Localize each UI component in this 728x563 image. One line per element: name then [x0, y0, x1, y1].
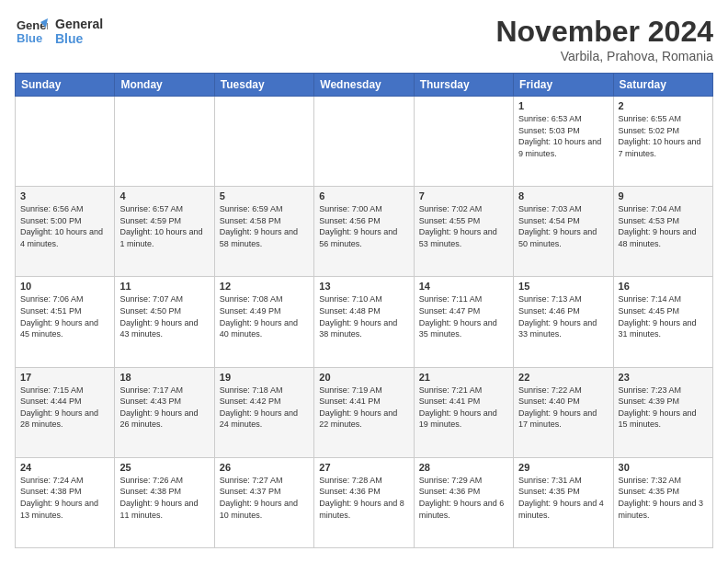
calendar-cell: 14Sunrise: 7:11 AM Sunset: 4:47 PM Dayli…	[414, 277, 513, 367]
day-number: 28	[419, 462, 508, 473]
calendar-cell: 1Sunrise: 6:53 AM Sunset: 5:03 PM Daylig…	[514, 97, 613, 187]
day-info: Sunrise: 6:55 AM Sunset: 5:02 PM Dayligh…	[619, 113, 708, 159]
calendar-week-2: 10Sunrise: 7:06 AM Sunset: 4:51 PM Dayli…	[16, 277, 713, 367]
day-number: 13	[319, 281, 408, 292]
calendar-cell: 4Sunrise: 6:57 AM Sunset: 4:59 PM Daylig…	[115, 187, 214, 277]
day-number: 23	[619, 372, 708, 383]
day-info: Sunrise: 7:14 AM Sunset: 4:45 PM Dayligh…	[619, 293, 708, 339]
day-number: 10	[20, 281, 109, 292]
month-title: November 2024	[495, 15, 713, 49]
day-info: Sunrise: 7:00 AM Sunset: 4:56 PM Dayligh…	[319, 203, 408, 249]
logo-general: General	[55, 17, 103, 31]
calendar-header-friday: Friday	[514, 74, 613, 97]
day-number: 29	[518, 462, 608, 473]
calendar-cell	[414, 97, 513, 187]
day-info: Sunrise: 7:13 AM Sunset: 4:46 PM Dayligh…	[518, 293, 608, 339]
calendar-cell: 9Sunrise: 7:04 AM Sunset: 4:53 PM Daylig…	[613, 187, 712, 277]
day-number: 2	[619, 100, 708, 111]
calendar-cell: 29Sunrise: 7:31 AM Sunset: 4:35 PM Dayli…	[514, 457, 613, 547]
calendar-cell: 25Sunrise: 7:26 AM Sunset: 4:38 PM Dayli…	[115, 457, 214, 547]
day-info: Sunrise: 7:04 AM Sunset: 4:53 PM Dayligh…	[619, 203, 708, 249]
day-info: Sunrise: 7:22 AM Sunset: 4:40 PM Dayligh…	[518, 385, 608, 431]
day-info: Sunrise: 6:57 AM Sunset: 4:59 PM Dayligh…	[119, 203, 209, 249]
calendar-week-4: 24Sunrise: 7:24 AM Sunset: 4:38 PM Dayli…	[16, 457, 713, 547]
calendar-header-thursday: Thursday	[414, 74, 513, 97]
day-number: 1	[518, 100, 608, 111]
day-number: 25	[119, 462, 209, 473]
day-number: 14	[419, 281, 508, 292]
calendar-cell	[115, 97, 214, 187]
day-number: 18	[119, 372, 209, 383]
day-info: Sunrise: 7:31 AM Sunset: 4:35 PM Dayligh…	[518, 475, 608, 521]
calendar-cell: 6Sunrise: 7:00 AM Sunset: 4:56 PM Daylig…	[314, 187, 414, 277]
calendar-cell	[214, 97, 313, 187]
location: Varbila, Prahova, Romania	[495, 49, 713, 63]
calendar-cell: 2Sunrise: 6:55 AM Sunset: 5:02 PM Daylig…	[613, 97, 712, 187]
page: General Blue General Blue November 2024 …	[0, 0, 728, 563]
svg-text:Blue: Blue	[17, 31, 42, 45]
day-info: Sunrise: 7:11 AM Sunset: 4:47 PM Dayligh…	[419, 293, 508, 339]
day-number: 4	[119, 190, 209, 201]
calendar-cell: 23Sunrise: 7:23 AM Sunset: 4:39 PM Dayli…	[613, 367, 712, 457]
calendar-week-0: 1Sunrise: 6:53 AM Sunset: 5:03 PM Daylig…	[16, 97, 713, 187]
day-info: Sunrise: 7:07 AM Sunset: 4:50 PM Dayligh…	[119, 293, 209, 339]
day-info: Sunrise: 7:21 AM Sunset: 4:41 PM Dayligh…	[419, 385, 508, 431]
day-number: 6	[319, 190, 408, 201]
calendar-cell	[314, 97, 414, 187]
day-number: 11	[119, 281, 209, 292]
day-info: Sunrise: 7:29 AM Sunset: 4:36 PM Dayligh…	[419, 475, 508, 521]
day-info: Sunrise: 7:27 AM Sunset: 4:37 PM Dayligh…	[220, 475, 309, 521]
day-info: Sunrise: 7:26 AM Sunset: 4:38 PM Dayligh…	[119, 475, 209, 521]
calendar-cell: 5Sunrise: 6:59 AM Sunset: 4:58 PM Daylig…	[214, 187, 313, 277]
day-number: 24	[20, 462, 109, 473]
day-info: Sunrise: 7:28 AM Sunset: 4:36 PM Dayligh…	[319, 475, 408, 521]
calendar-table: SundayMondayTuesdayWednesdayThursdayFrid…	[15, 73, 713, 548]
calendar-cell: 8Sunrise: 7:03 AM Sunset: 4:54 PM Daylig…	[514, 187, 613, 277]
day-number: 7	[419, 190, 508, 201]
day-info: Sunrise: 7:18 AM Sunset: 4:42 PM Dayligh…	[220, 385, 309, 431]
day-number: 22	[518, 372, 608, 383]
calendar-cell: 13Sunrise: 7:10 AM Sunset: 4:48 PM Dayli…	[314, 277, 414, 367]
calendar-cell: 19Sunrise: 7:18 AM Sunset: 4:42 PM Dayli…	[214, 367, 313, 457]
day-info: Sunrise: 7:19 AM Sunset: 4:41 PM Dayligh…	[319, 385, 408, 431]
calendar-cell: 16Sunrise: 7:14 AM Sunset: 4:45 PM Dayli…	[613, 277, 712, 367]
calendar-cell: 22Sunrise: 7:22 AM Sunset: 4:40 PM Dayli…	[514, 367, 613, 457]
day-number: 8	[518, 190, 608, 201]
calendar-cell: 28Sunrise: 7:29 AM Sunset: 4:36 PM Dayli…	[414, 457, 513, 547]
calendar-header-saturday: Saturday	[613, 74, 712, 97]
calendar-header-tuesday: Tuesday	[214, 74, 313, 97]
calendar-cell	[16, 97, 115, 187]
day-number: 5	[220, 190, 309, 201]
day-info: Sunrise: 6:59 AM Sunset: 4:58 PM Dayligh…	[220, 203, 309, 249]
day-info: Sunrise: 7:08 AM Sunset: 4:49 PM Dayligh…	[220, 293, 309, 339]
day-number: 17	[20, 372, 109, 383]
logo-blue: Blue	[55, 31, 103, 46]
day-number: 9	[619, 190, 708, 201]
day-info: Sunrise: 7:02 AM Sunset: 4:55 PM Dayligh…	[419, 203, 508, 249]
calendar-cell: 24Sunrise: 7:24 AM Sunset: 4:38 PM Dayli…	[16, 457, 115, 547]
day-info: Sunrise: 7:24 AM Sunset: 4:38 PM Dayligh…	[20, 475, 109, 521]
calendar-cell: 26Sunrise: 7:27 AM Sunset: 4:37 PM Dayli…	[214, 457, 313, 547]
day-number: 27	[319, 462, 408, 473]
logo-icon: General Blue	[15, 15, 48, 48]
header: General Blue General Blue November 2024 …	[15, 15, 713, 63]
day-number: 3	[20, 190, 109, 201]
day-number: 15	[518, 281, 608, 292]
calendar-header-wednesday: Wednesday	[314, 74, 414, 97]
day-info: Sunrise: 7:03 AM Sunset: 4:54 PM Dayligh…	[518, 203, 608, 249]
day-info: Sunrise: 6:56 AM Sunset: 5:00 PM Dayligh…	[20, 203, 109, 249]
calendar-cell: 21Sunrise: 7:21 AM Sunset: 4:41 PM Dayli…	[414, 367, 513, 457]
calendar-cell: 11Sunrise: 7:07 AM Sunset: 4:50 PM Dayli…	[115, 277, 214, 367]
calendar-cell: 18Sunrise: 7:17 AM Sunset: 4:43 PM Dayli…	[115, 367, 214, 457]
day-info: Sunrise: 7:17 AM Sunset: 4:43 PM Dayligh…	[119, 385, 209, 431]
day-info: Sunrise: 7:15 AM Sunset: 4:44 PM Dayligh…	[20, 385, 109, 431]
day-number: 26	[220, 462, 309, 473]
day-number: 16	[619, 281, 708, 292]
calendar-cell: 7Sunrise: 7:02 AM Sunset: 4:55 PM Daylig…	[414, 187, 513, 277]
calendar-cell: 12Sunrise: 7:08 AM Sunset: 4:49 PM Dayli…	[214, 277, 313, 367]
calendar-cell: 15Sunrise: 7:13 AM Sunset: 4:46 PM Dayli…	[514, 277, 613, 367]
calendar-cell: 17Sunrise: 7:15 AM Sunset: 4:44 PM Dayli…	[16, 367, 115, 457]
logo: General Blue General Blue	[15, 15, 103, 48]
calendar-header-row: SundayMondayTuesdayWednesdayThursdayFrid…	[16, 74, 713, 97]
calendar-cell: 10Sunrise: 7:06 AM Sunset: 4:51 PM Dayli…	[16, 277, 115, 367]
